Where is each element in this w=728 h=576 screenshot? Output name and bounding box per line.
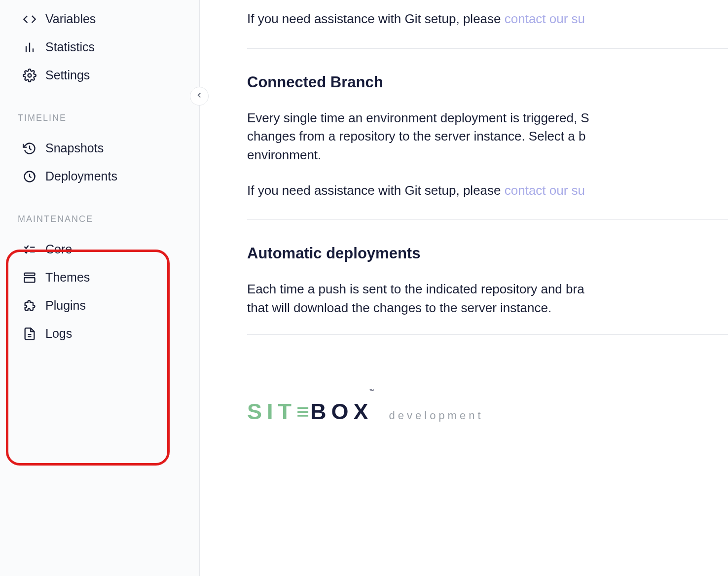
sidebar-collapse-button[interactable] (190, 87, 209, 106)
trademark-icon: ™ (369, 388, 374, 394)
file-icon (23, 327, 36, 341)
sidebar-item-label: Core (45, 242, 72, 256)
gear-icon (23, 69, 36, 82)
svg-rect-8 (25, 278, 35, 282)
contact-support-link-2[interactable]: contact our su (505, 183, 585, 198)
sidebar-item-core[interactable]: Core (0, 235, 199, 263)
connected-branch-heading: Connected Branch (247, 73, 728, 91)
sidebar-item-label: Plugins (45, 298, 86, 313)
chevron-left-icon (195, 91, 204, 102)
section-divider (247, 48, 728, 49)
sidebar-item-deployments[interactable]: Deployments (0, 162, 199, 190)
sidebar-item-label: Snapshots (45, 141, 104, 155)
code-icon (23, 12, 36, 26)
sidebar-item-label: Themes (45, 270, 90, 285)
sidebar-item-label: Variables (45, 12, 96, 26)
bar-chart-icon (23, 40, 36, 54)
sidebar-item-plugins[interactable]: Plugins (0, 291, 199, 320)
section-divider (247, 334, 728, 335)
sidebar-item-label: Logs (45, 326, 72, 341)
automatic-deployments-heading: Automatic deployments (247, 245, 728, 262)
sidebar-item-statistics[interactable]: Statistics (0, 33, 199, 61)
footer-logo: SIT≡BOX™ development (247, 399, 728, 425)
history-icon (23, 142, 36, 155)
sidebar-item-label: Settings (45, 68, 90, 82)
section-divider (247, 219, 728, 220)
sidebar: Variables Statistics Settings TIMELINE S… (0, 0, 200, 576)
sidebar-item-label: Statistics (45, 40, 95, 54)
svg-rect-7 (25, 273, 35, 275)
sidebar-section-timeline-header: TIMELINE (0, 89, 199, 134)
sidebar-item-label: Deployments (45, 169, 117, 183)
logo-wordmark: SIT≡BOX™ (247, 399, 378, 425)
automatic-deployments-body: Each time a push is sent to the indicate… (247, 280, 728, 317)
layout-icon (23, 271, 36, 285)
sidebar-section-maintenance-header: MAINTENANCE (0, 190, 199, 235)
sidebar-item-logs[interactable]: Logs (0, 320, 199, 348)
logo-e-glyph: ≡ (296, 399, 310, 425)
git-assist-text: If you need assistance with Git setup, p… (247, 10, 728, 29)
puzzle-icon (23, 299, 36, 313)
sidebar-item-themes[interactable]: Themes (0, 263, 199, 291)
checklist-icon (23, 243, 36, 256)
logo-subtitle: development (389, 409, 484, 422)
contact-support-link[interactable]: contact our su (505, 11, 585, 26)
sidebar-item-variables[interactable]: Variables (0, 5, 199, 33)
svg-point-3 (28, 73, 32, 77)
connected-branch-body: Every single time an environment deploym… (247, 109, 728, 165)
main-content: If you need assistance with Git setup, p… (200, 0, 728, 576)
git-assist-text-2: If you need assistance with Git setup, p… (247, 181, 728, 200)
sidebar-item-snapshots[interactable]: Snapshots (0, 134, 199, 162)
clock-refresh-icon (23, 170, 36, 183)
sidebar-item-settings[interactable]: Settings (0, 61, 199, 89)
